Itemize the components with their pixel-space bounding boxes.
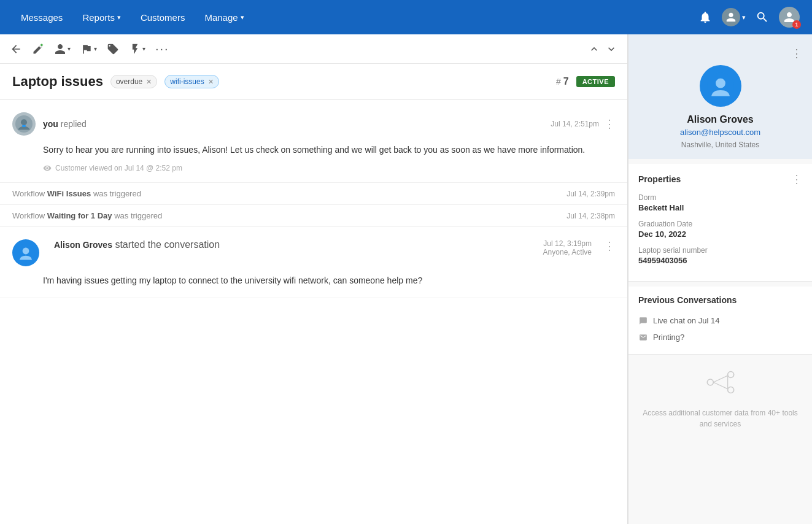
integration-nodes-icon [705,367,736,400]
chat-icon [638,317,648,325]
message-more-menu[interactable]: ⋮ [604,117,615,131]
more-icon[interactable]: ··· [155,42,169,56]
alison-name: Alison Groves [54,240,112,250]
property-dorm: Dorm Beckett Hall [638,193,802,212]
property-graduation: Graduation Date Dec 10, 2022 [638,220,802,239]
serial-value: 54959403056 [638,256,802,265]
customer-location: Nashville, United States [681,141,759,149]
conversation-number: # 7 [556,76,569,87]
conversation-toolbar: ▾ ▾ ▾ ··· [0,34,627,64]
email-icon [638,333,648,342]
assign-icon[interactable]: ▾ [54,43,71,55]
serial-label: Laptop serial number [638,246,802,255]
flag-icon[interactable]: ▾ [80,43,97,55]
svg-point-8 [707,379,713,385]
svg-point-7 [716,79,725,88]
integration-section: Access additional customer data from 40+… [628,355,812,442]
remove-wifi-tag[interactable]: ✕ [208,78,214,86]
dorm-label: Dorm [638,193,802,202]
next-conversation-icon[interactable] [605,43,617,55]
alison-message-body: I'm having issues getting my laptop to c… [43,274,615,287]
alison-avatar [12,239,39,266]
workflow-name-waiting: Waiting for 1 Day [47,211,112,220]
nav-customers[interactable]: Customers [132,7,194,28]
back-icon[interactable] [10,43,22,55]
prev-conv-email[interactable]: Printing? [638,329,802,345]
property-serial: Laptop serial number 54959403056 [638,246,802,265]
svg-point-2 [21,119,27,125]
notification-badge: 1 [792,20,801,29]
agent-avatar [12,112,36,136]
tag-overdue[interactable]: overdue ✕ [110,75,157,88]
alison-timestamp: Jul 12, 3:19pm [543,239,592,248]
messages-container: you replied Jul 14, 2:51pm ⋮ Sorry to he… [0,100,627,524]
alison-status: Anyone, Active [543,248,592,256]
graduation-label: Graduation Date [638,220,802,228]
workflow-timestamp-wifi: Jul 14, 2:39pm [566,190,615,198]
svg-point-5 [23,248,29,255]
right-panel: ⋮ Alison Groves alison@helpscout.com Nas… [628,34,812,524]
message-you-replied: you replied Jul 14, 2:51pm ⋮ Sorry to he… [0,100,627,183]
integration-text: Access additional customer data from 40+… [638,407,802,430]
prev-conv-chat[interactable]: Live chat on Jul 14 [638,312,802,329]
status-badge: ACTIVE [576,76,615,87]
graduation-value: Dec 10, 2022 [638,229,802,239]
alison-message-more[interactable]: ⋮ [604,239,615,253]
workflow-event-wifi: Workflow WiFi Issues was triggered Jul 1… [0,183,627,205]
nav-manage[interactable]: Manage ▾ [196,7,252,28]
prev-conversation-icon[interactable] [588,43,600,55]
user-menu[interactable]: ▾ [722,8,746,26]
svg-line-11 [713,376,727,382]
workflow-timestamp-waiting: Jul 14, 2:38pm [566,212,615,220]
customer-avatar [700,65,741,107]
properties-section: Properties ⋮ Dorm Beckett Hall Graduatio… [628,164,812,282]
notifications-icon[interactable] [698,10,712,24]
tag-icon[interactable] [107,43,119,55]
previous-conversations-section: Previous Conversations Live chat on Jul … [628,287,812,355]
action-icon[interactable]: ▾ [129,43,145,55]
conversation-area: ▾ ▾ ▾ ··· [0,34,628,524]
nav-reports[interactable]: Reports ▾ [74,7,130,28]
prev-conv-title: Previous Conversations [638,295,737,305]
message-timestamp: Jul 14, 2:51pm [551,120,599,128]
properties-title: Properties [638,174,681,184]
customer-card: ⋮ Alison Groves alison@helpscout.com Nas… [628,34,812,159]
remove-overdue-tag[interactable]: ✕ [146,78,152,86]
top-navigation: Messages Reports ▾ Customers Manage ▾ ▾ [0,0,812,34]
customer-card-more[interactable]: ⋮ [791,47,802,60]
conversation-title: Laptop issues [12,74,103,90]
alison-message: Alison Groves started the conversation J… [0,227,627,298]
svg-line-12 [713,382,727,389]
customer-email[interactable]: alison@helpscout.com [680,128,760,137]
tag-wifi[interactable]: wifi-issues ✕ [164,75,218,88]
workflow-event-waiting: Workflow Waiting for 1 Day was triggered… [0,205,627,227]
svg-point-9 [727,372,733,378]
svg-point-0 [40,43,43,46]
message-body: Sorry to hear you are running into issue… [43,143,615,156]
customer-name: Alison Groves [687,114,753,125]
dorm-value: Beckett Hall [638,203,802,212]
properties-more[interactable]: ⋮ [791,172,802,186]
sender-you: you [43,119,58,129]
add-note-icon[interactable] [32,43,44,55]
message-viewed: Customer viewed on Jul 14 @ 2:52 pm [43,164,615,172]
user-avatar[interactable]: 1 [779,7,800,28]
workflow-name-wifi: WiFi Issues [47,189,91,198]
svg-rect-3 [22,125,26,127]
search-icon[interactable] [756,10,769,24]
nav-messages[interactable]: Messages [12,7,71,28]
message-meta: you replied [43,118,551,129]
svg-point-10 [727,387,733,393]
conversation-header: Laptop issues overdue ✕ wifi-issues ✕ # … [0,64,627,100]
